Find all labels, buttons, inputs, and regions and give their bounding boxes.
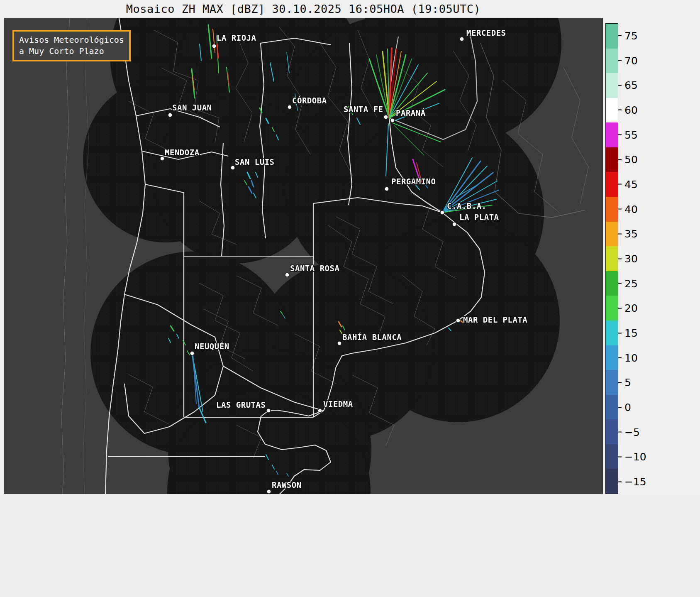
city-label: SAN JUAN — [172, 103, 212, 112]
colorbar-tick-label: 20 — [618, 302, 638, 314]
city-dot — [288, 105, 292, 109]
colorbar-tick-label: 50 — [618, 154, 638, 166]
city-label: VIEDMA — [323, 399, 353, 409]
colorbar-segment — [606, 73, 618, 98]
colorbar-tick-label: 10 — [618, 352, 638, 364]
city-label: C.A.B.A. — [447, 201, 487, 210]
colorbar-tick-label: 60 — [618, 104, 638, 116]
colorbar-tick-label: 40 — [618, 203, 638, 215]
colorbar-segment — [606, 296, 618, 321]
radar-product-page: Mosaico ZH MAX [dBZ] 30.10.2025 16:05HOA… — [0, 0, 700, 597]
city-label: NEUQUÉN — [195, 342, 229, 351]
colorbar-tick-label: 25 — [618, 277, 638, 289]
city-dot — [190, 351, 194, 355]
city-dot — [285, 273, 289, 277]
colorbar-segment — [606, 49, 618, 73]
colorbar-tick-label: 75 — [618, 29, 638, 42]
dbz-colorbar — [605, 23, 618, 494]
warning-banner[interactable]: Avisos Meteorológicos a Muy Corto Plazo — [12, 30, 131, 61]
city-label: RAWSON — [272, 480, 302, 489]
city-label: BAHÍA BLANCA — [342, 333, 402, 342]
colorbar-segment — [606, 98, 618, 123]
city-dot — [460, 37, 464, 41]
city-label: SANTA ROSA — [290, 264, 339, 273]
city-label: MERCEDES — [466, 28, 506, 37]
colorbar-tick-label: 5 — [618, 377, 631, 389]
city-label: CÓRDOBA — [292, 95, 327, 105]
city-dot — [384, 115, 388, 119]
city-dot — [160, 157, 164, 161]
city-dot — [440, 210, 444, 215]
city-label: LAS GRUTAS — [216, 400, 266, 409]
colorbar-segment — [606, 222, 618, 247]
colorbar-segment — [606, 147, 618, 172]
colorbar-segment — [606, 24, 618, 49]
city-label: MAR DEL PLATA — [463, 315, 527, 324]
colorbar-tick-label: 55 — [618, 129, 638, 141]
city-label: MENDOZA — [165, 148, 200, 157]
city-dot — [318, 409, 322, 413]
colorbar-segment — [606, 469, 618, 494]
city-label: PARANÁ — [396, 108, 426, 117]
city-dot — [337, 341, 341, 345]
colorbar-tick-label: 0 — [618, 401, 631, 413]
city-dot — [168, 113, 172, 117]
colorbar-segment — [606, 321, 618, 345]
colorbar-segment — [606, 370, 618, 395]
colorbar-segment — [606, 419, 618, 444]
colorbar-segment — [606, 197, 618, 222]
city-dot — [390, 118, 395, 122]
footer: Servicio Meteorológico Nacional Argentin… — [0, 494, 700, 597]
dbz-colorbar-ticks: 757065605550454035302520151050−5−10−15 — [618, 23, 664, 494]
city-label: LA PLATA — [459, 213, 499, 222]
map-area: MERCEDESLA RIOJACÓRDOBASAN JUANSANTA FEP… — [4, 18, 602, 494]
colorbar-tick-label: 45 — [618, 178, 638, 190]
city-dot — [231, 166, 235, 170]
colorbar-segment — [606, 395, 618, 420]
city-dot — [267, 489, 271, 494]
colorbar-segment — [606, 122, 618, 147]
city-dot — [452, 222, 456, 226]
colorbar-segment — [606, 345, 618, 370]
city-label: PERGAMINO — [391, 177, 436, 186]
city-dot — [385, 187, 389, 191]
colorbar-tick-label: −5 — [618, 426, 640, 438]
colorbar-tick-label: 35 — [618, 228, 638, 240]
radar-map: MERCEDESLA RIOJACÓRDOBASAN JUANSANTA FEP… — [4, 18, 602, 494]
city-dot — [212, 44, 216, 48]
colorbar-tick-label: 15 — [618, 327, 638, 339]
city-dot — [456, 318, 460, 323]
warning-line-1: Avisos Meteorológicos — [19, 34, 124, 46]
warning-line-2: a Muy Corto Plazo — [19, 46, 124, 57]
city-label: SANTA FE — [344, 105, 383, 114]
colorbar-segment — [606, 444, 618, 469]
colorbar-tick-label: 70 — [618, 54, 638, 66]
colorbar-tick-label: 30 — [618, 253, 638, 265]
colorbar-segment — [606, 246, 618, 271]
city-label: LA RIOJA — [217, 33, 256, 42]
city-dot — [266, 409, 271, 413]
colorbar-tick-label: −15 — [618, 476, 646, 488]
colorbar-tick-label: 65 — [618, 79, 638, 91]
city-label: SAN LUIS — [235, 157, 275, 166]
page-title: Mosaico ZH MAX [dBZ] 30.10.2025 16:05HOA… — [4, 2, 602, 15]
colorbar-segment — [606, 172, 618, 197]
colorbar-tick-label: −10 — [618, 451, 646, 463]
colorbar-segment — [606, 271, 618, 296]
